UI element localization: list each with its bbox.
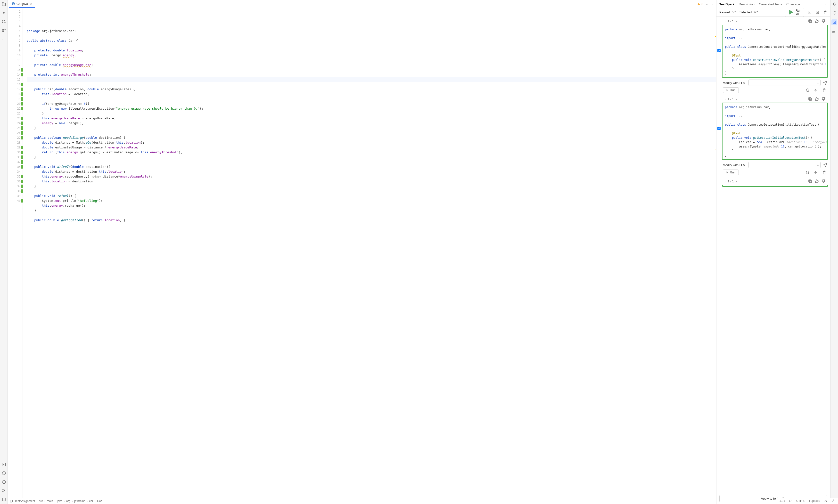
refresh-icon[interactable] (805, 88, 810, 92)
thumbs-up-icon[interactable] (815, 97, 819, 101)
project-icon[interactable] (2, 2, 6, 6)
code-line[interactable]: protected double location; (27, 48, 716, 53)
send-icon[interactable] (822, 80, 828, 85)
code-line[interactable] (27, 43, 716, 48)
thumbs-down-icon[interactable] (821, 19, 826, 23)
llm-input[interactable]: ⌄ (748, 162, 821, 168)
delete-icon[interactable] (822, 88, 826, 92)
warning-badge[interactable]: 3 (697, 2, 703, 6)
code-line[interactable]: double distance = Math.abs(destination-t… (27, 140, 716, 145)
code-line[interactable]: } (27, 184, 716, 189)
code-line[interactable]: this.location = location; (27, 92, 716, 96)
code-line[interactable] (27, 68, 716, 72)
chevron-right-icon[interactable]: › (736, 19, 737, 23)
llm-input[interactable]: ⌄ (748, 79, 821, 86)
code-editor[interactable]: package org.jetbrains.car; public abstra… (23, 8, 716, 498)
thumbs-up-icon[interactable] (815, 179, 819, 183)
code-line[interactable]: throw new IllegalArgumentException("ener… (27, 106, 716, 111)
select-all-icon[interactable] (807, 10, 812, 15)
code-line[interactable]: } (27, 208, 716, 213)
readonly-icon[interactable] (824, 499, 827, 503)
breadcrumb-item[interactable]: org (66, 499, 70, 503)
tab-generated-tests[interactable]: Generated Tests (759, 2, 782, 6)
code-line[interactable] (27, 77, 716, 82)
refresh-icon[interactable] (805, 170, 810, 175)
code-line[interactable]: this.energy.reduceEnergy( value: distanc… (27, 174, 716, 179)
chevron-down-icon[interactable]: ⌄ (817, 163, 819, 167)
code-line[interactable]: this.energy.recharge(); (27, 203, 716, 208)
send-icon[interactable] (822, 162, 828, 167)
code-line[interactable] (27, 130, 716, 135)
code-line[interactable]: public void refuel() { (27, 194, 716, 198)
tab-description[interactable]: Description (739, 2, 754, 6)
code-line[interactable]: energy = new Energy(); (27, 121, 716, 126)
terminal-icon[interactable] (2, 462, 6, 467)
delete-icon[interactable] (823, 10, 827, 15)
tab-testspark[interactable]: TestSpark (719, 2, 734, 6)
inspections-icon[interactable] (706, 2, 709, 6)
test-select-checkbox[interactable] (717, 49, 720, 52)
encoding[interactable]: UTF-8 (796, 499, 804, 503)
chevron-right-icon[interactable]: › (736, 179, 737, 183)
code-line[interactable]: double estimatedUsage = distance * energ… (27, 145, 716, 150)
code-line[interactable] (27, 58, 716, 62)
code-line[interactable]: public double getLocation() { return loc… (27, 218, 716, 223)
editor-tab-active[interactable]: C Car.java (9, 0, 35, 8)
caret-position[interactable]: 11:1 (780, 499, 785, 503)
code-line[interactable]: public Car(double location, double energ… (27, 87, 716, 92)
maven-icon[interactable]: m (832, 30, 837, 34)
code-line[interactable] (27, 96, 716, 102)
breadcrumb-item[interactable]: java (57, 499, 63, 503)
code-line[interactable]: } (27, 126, 716, 130)
thumbs-down-icon[interactable] (821, 97, 826, 101)
more-icon[interactable] (2, 37, 6, 41)
commit-icon[interactable] (2, 11, 6, 15)
thumbs-up-icon[interactable] (815, 19, 819, 23)
chevron-right-icon[interactable]: › (736, 97, 737, 101)
breadcrumb-item[interactable]: main (47, 499, 53, 503)
test-select-checkbox[interactable] (717, 127, 720, 130)
code-line[interactable]: private Energy energy; (27, 53, 716, 58)
code-line[interactable] (27, 82, 716, 87)
collapse-icon[interactable] (815, 10, 820, 15)
code-line[interactable]: System.out.println("Refueling"); (27, 198, 716, 203)
test-code[interactable] (722, 185, 828, 187)
code-line[interactable] (27, 34, 716, 38)
code-line[interactable]: if(energyUsageRate <= 0){ (27, 102, 716, 106)
line-separator[interactable]: LF (789, 499, 792, 503)
code-line[interactable]: private double energyUsageRate; (27, 62, 716, 68)
thumbs-down-icon[interactable] (821, 179, 826, 183)
test-code[interactable]: package org.jetbrains.car; import ... pu… (722, 103, 828, 160)
breadcrumb-item[interactable]: src (39, 499, 43, 503)
chevron-left-icon[interactable]: ‹ (725, 97, 726, 101)
copy-icon[interactable] (808, 19, 812, 23)
breadcrumb-item[interactable]: Car (97, 499, 102, 503)
notifications-bell-icon[interactable] (832, 2, 837, 6)
code-line[interactable] (27, 213, 716, 218)
breadcrumb-item[interactable]: car (89, 499, 93, 503)
more-icon[interactable] (824, 2, 827, 6)
back-icon[interactable] (814, 170, 818, 175)
tab-coverage[interactable]: Coverage (786, 2, 800, 6)
indent[interactable]: 4 spaces (808, 499, 820, 503)
close-icon[interactable] (30, 2, 33, 5)
code-line[interactable]: this.location = destination; (27, 179, 716, 184)
chevron-left-icon[interactable]: ‹ (725, 19, 726, 23)
chevron-down-icon[interactable]: ⌄ (817, 81, 819, 85)
copy-icon[interactable] (808, 97, 812, 101)
breadcrumb-item[interactable]: jetbrains (74, 499, 85, 503)
code-line[interactable]: return (this.energy.getEnergy() - estima… (27, 150, 716, 155)
breadcrumb-item[interactable]: TestAssignment (15, 499, 35, 503)
back-icon[interactable] (814, 88, 818, 92)
settings-icon[interactable] (831, 499, 835, 503)
test-code[interactable]: package org.jetbrains.car; import ... pu… (722, 25, 828, 78)
code-line[interactable]: this.energyUsageRate = energyUsageRate; (27, 116, 716, 121)
chevron-left-icon[interactable]: ‹ (725, 179, 726, 183)
copy-icon[interactable] (808, 179, 812, 183)
testspark-icon[interactable] (832, 19, 837, 25)
build-icon[interactable] (2, 497, 6, 502)
code-line[interactable]: public void driveTo(double destination){ (27, 164, 716, 169)
problems-icon[interactable] (2, 471, 6, 475)
notifications-icon[interactable] (2, 480, 6, 484)
code-line[interactable]: public boolean needsEnergy(double destin… (27, 135, 716, 140)
